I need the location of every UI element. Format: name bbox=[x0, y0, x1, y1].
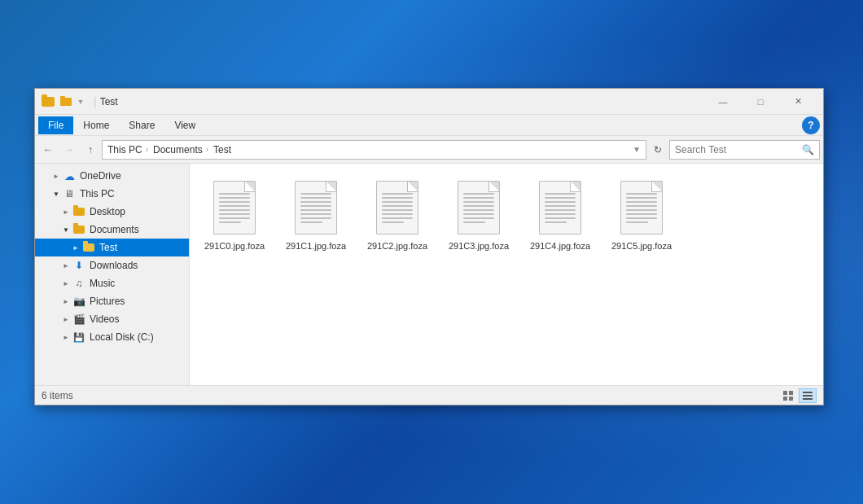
downloads-icon: ⬇ bbox=[72, 259, 85, 272]
refresh-button[interactable]: ↻ bbox=[648, 140, 668, 160]
file-page-4 bbox=[539, 181, 581, 234]
details-view-button[interactable] bbox=[799, 388, 817, 403]
pictures-label: Pictures bbox=[90, 296, 125, 307]
file-page-0 bbox=[213, 181, 256, 234]
file-page-3 bbox=[458, 181, 500, 234]
file-lines-0 bbox=[219, 193, 250, 223]
documents-label: Documents bbox=[153, 144, 203, 156]
music-label: Music bbox=[90, 278, 115, 289]
forward-button[interactable]: → bbox=[59, 140, 79, 160]
minimize-button[interactable]: — bbox=[704, 89, 742, 115]
close-button[interactable]: ✕ bbox=[779, 89, 817, 115]
sidebar-item-thispc[interactable]: ▼ 🖥 This PC bbox=[35, 185, 189, 203]
back-button[interactable]: ← bbox=[38, 140, 58, 160]
file-page-2 bbox=[376, 181, 418, 234]
desktop-label: Desktop bbox=[90, 206, 125, 217]
title-folder-icon bbox=[42, 95, 55, 108]
window-title: Test bbox=[100, 96, 704, 107]
up-button[interactable]: ↑ bbox=[81, 140, 100, 160]
expand-arrow-videos: ► bbox=[61, 314, 71, 324]
breadcrumb-arrow-2: › bbox=[206, 145, 208, 154]
sidebar-item-downloads[interactable]: ► ⬇ Downloads bbox=[35, 256, 189, 274]
videos-label: Videos bbox=[90, 313, 119, 325]
file-name-2: 291C2.jpg.foza bbox=[367, 240, 427, 252]
tab-view[interactable]: View bbox=[164, 116, 205, 134]
file-lines-3 bbox=[463, 193, 494, 223]
item-count: 6 items bbox=[42, 390, 779, 401]
navigation-bar: ← → ↑ This PC › Documents › Test ▼ ↻ 🔍 bbox=[35, 136, 823, 164]
file-item-5[interactable]: 291C5.jpg.foza bbox=[605, 172, 678, 258]
file-name-0: 291C0.jpg.foza bbox=[204, 240, 265, 252]
sidebar-item-documents[interactable]: ▼ Documents bbox=[35, 221, 189, 239]
localdisk-label: Local Disk (C:) bbox=[90, 331, 154, 343]
quick-pin-icon[interactable]: ▼ bbox=[74, 95, 87, 108]
quick-access-folder-icon[interactable] bbox=[59, 95, 72, 108]
file-icon-2 bbox=[373, 178, 422, 237]
file-page-5 bbox=[620, 181, 663, 234]
sidebar-item-test[interactable]: ► Test bbox=[35, 239, 189, 256]
cloud-icon: ☁ bbox=[63, 169, 76, 182]
svg-rect-5 bbox=[803, 395, 813, 397]
expand-arrow-music: ► bbox=[61, 278, 71, 288]
onedrive-label: OneDrive bbox=[80, 170, 121, 182]
sidebar-item-desktop[interactable]: ► Desktop bbox=[35, 203, 189, 221]
file-page-1 bbox=[295, 181, 337, 234]
breadcrumb-documents[interactable]: Documents › bbox=[153, 144, 210, 156]
file-lines-5 bbox=[626, 193, 657, 223]
maximize-button[interactable]: □ bbox=[742, 89, 779, 115]
search-input[interactable] bbox=[675, 144, 802, 156]
test-label: Test bbox=[213, 144, 231, 156]
file-icon-5 bbox=[617, 178, 666, 237]
sidebar-item-videos[interactable]: ► 🎬 Videos bbox=[35, 310, 189, 328]
medium-icons-view-button[interactable] bbox=[779, 388, 797, 403]
tab-home[interactable]: Home bbox=[73, 116, 119, 134]
tab-share[interactable]: Share bbox=[119, 116, 164, 134]
quick-access-toolbar: ▼ bbox=[59, 95, 87, 108]
test-folder-icon bbox=[82, 241, 95, 254]
file-item-4[interactable]: 291C4.jpg.foza bbox=[523, 172, 597, 258]
expand-arrow-localdisk: ► bbox=[61, 332, 71, 342]
thispc-label: This PC bbox=[107, 144, 142, 156]
breadcrumb-thispc[interactable]: This PC › bbox=[107, 144, 150, 156]
thispc-sidebar-label: This PC bbox=[80, 188, 115, 199]
file-lines-4 bbox=[545, 193, 576, 223]
sidebar-item-music[interactable]: ► ♫ Music bbox=[35, 274, 189, 292]
file-item-0[interactable]: 291C0.jpg.foza bbox=[198, 172, 271, 258]
expand-arrow-onedrive: ► bbox=[51, 171, 61, 181]
file-item-2[interactable]: 291C2.jpg.foza bbox=[361, 172, 434, 258]
ribbon-menu: File Home Share View ? bbox=[35, 115, 823, 136]
view-toggle-buttons bbox=[779, 388, 817, 403]
address-bar[interactable]: This PC › Documents › Test ▼ bbox=[102, 140, 646, 160]
file-item-1[interactable]: 291C1.jpg.foza bbox=[279, 172, 353, 258]
file-icon-4 bbox=[536, 178, 585, 237]
expand-arrow-pictures: ► bbox=[61, 296, 71, 306]
svg-rect-3 bbox=[789, 397, 793, 401]
svg-rect-0 bbox=[783, 391, 787, 395]
breadcrumb-test[interactable]: Test bbox=[213, 144, 231, 156]
svg-rect-2 bbox=[783, 397, 787, 401]
file-item-3[interactable]: 291C3.jpg.foza bbox=[442, 172, 515, 258]
videos-icon: 🎬 bbox=[72, 313, 85, 326]
expand-arrow-test: ► bbox=[71, 243, 81, 252]
documents-sidebar-label: Documents bbox=[90, 224, 139, 235]
main-content: ► ☁ OneDrive ▼ 🖥 This PC ► Deskt bbox=[35, 164, 823, 385]
sidebar-item-pictures[interactable]: ► 📷 Pictures bbox=[35, 292, 189, 310]
file-icon-3 bbox=[454, 178, 503, 237]
expand-arrow-desktop: ► bbox=[61, 207, 71, 217]
address-dropdown-arrow[interactable]: ▼ bbox=[633, 145, 641, 154]
file-area: 291C0.jpg.foza 291C1.jpg.foza 291C2.jpg.… bbox=[190, 164, 823, 385]
search-box[interactable]: 🔍 bbox=[669, 140, 820, 160]
tab-file[interactable]: File bbox=[38, 116, 73, 134]
file-name-3: 291C3.jpg.foza bbox=[449, 240, 509, 252]
status-bar: 6 items bbox=[35, 385, 823, 405]
documents-folder-icon bbox=[72, 223, 85, 236]
pc-icon: 🖥 bbox=[63, 187, 76, 200]
search-icon[interactable]: 🔍 bbox=[802, 144, 814, 156]
sidebar-item-onedrive[interactable]: ► ☁ OneDrive bbox=[35, 167, 189, 185]
sidebar-item-localdisk[interactable]: ► 💾 Local Disk (C:) bbox=[35, 328, 189, 346]
help-button[interactable]: ? bbox=[802, 116, 820, 134]
sidebar: ► ☁ OneDrive ▼ 🖥 This PC ► Deskt bbox=[35, 164, 190, 385]
pictures-icon: 📷 bbox=[72, 295, 85, 308]
drive-icon: 💾 bbox=[72, 331, 85, 344]
svg-rect-6 bbox=[803, 398, 813, 400]
